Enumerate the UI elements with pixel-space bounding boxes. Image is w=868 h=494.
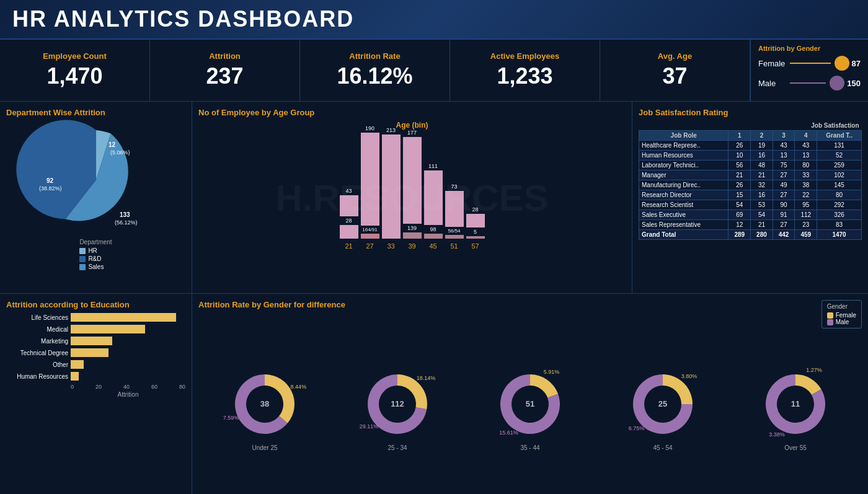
donut-item: 51 5.91% 15.61% 35 - 44 [496, 370, 564, 451]
td-s1: 69 [728, 210, 751, 220]
gender-male-row: Male 150 [758, 76, 861, 90]
th-total: Grand T.. [817, 131, 862, 141]
td-s3: 442 [773, 230, 795, 240]
th-role: Job Role [639, 131, 728, 141]
donut-female-pct: 5.91% [544, 368, 560, 374]
gender-female-row: Female 87 [758, 56, 861, 71]
legend-male: Male [827, 319, 856, 325]
donut-legend-header: Gender [827, 303, 856, 310]
edu-bar-bg [71, 325, 185, 333]
list-item: Other [6, 360, 185, 369]
td-s4: 80 [795, 161, 817, 170]
donut-male-pct: 6.75% [629, 425, 645, 431]
age-group-title: No of Employee by Age Group [198, 108, 626, 117]
th-s4: 4 [795, 131, 817, 141]
legend-sales: Sales [79, 263, 112, 270]
gender-female-line [790, 63, 831, 64]
bar-33 [382, 135, 401, 239]
edu-bar-fill [71, 313, 176, 322]
bar-27-top [361, 133, 379, 226]
education-panel: Attrition according to Education Life Sc… [0, 294, 192, 494]
donut-female-pct: 18.14% [417, 375, 436, 381]
td-s4: 13 [795, 151, 817, 161]
td-s3: 27 [773, 220, 795, 230]
education-bar-chart: Life Sciences Medical Marketing Technica… [6, 313, 185, 381]
th-s1: 1 [728, 131, 751, 141]
bar-45-bot [424, 234, 443, 239]
table-row: Human Resources 10 16 13 13 52 [639, 151, 862, 161]
education-axis-title: Attrition [71, 391, 185, 398]
bar-27: 190 164/91 27 [361, 125, 379, 250]
kpi-avg-age: Avg. Age 37 [600, 40, 750, 101]
donut-center-value: 51 [526, 399, 534, 408]
table-row: Healthcare Represe.. 26 19 43 43 131 [639, 141, 862, 151]
donut-svg-container: 25 3.80% 6.75% [629, 370, 697, 441]
donut-svg-container: 11 1.27% 3.38% [761, 370, 830, 441]
td-role: Sales Executive [639, 210, 728, 220]
donut-row: 38 8.44% 7.59% Under 25 112 18.14% 29.11… [198, 329, 862, 492]
donut-male-pct: 3.38% [769, 431, 785, 437]
th-s2: 2 [751, 131, 773, 141]
attrition-gender-title: Attrition by Gender [758, 45, 861, 52]
kpi-attrition-rate: Attrition Rate 16.12% [300, 40, 450, 101]
td-total: 145 [817, 180, 862, 190]
donut-center-value: 25 [658, 399, 667, 408]
donut-svg: 112 18.14% 29.11% [363, 370, 432, 438]
bar-51-top [445, 191, 464, 227]
legend-rnd: R&D [79, 255, 112, 262]
td-total: 83 [817, 220, 862, 230]
table-row: Manager 21 21 27 33 102 [639, 170, 862, 180]
edu-bar-fill [71, 372, 79, 381]
td-s1: 26 [728, 180, 751, 190]
bar-51-bot [445, 235, 464, 239]
donut-female-pct: 1.27% [806, 367, 822, 373]
donut-male-pct: 29.11% [360, 423, 379, 429]
kpi-avg-age-value: 37 [662, 63, 687, 89]
kpi-attrition: Attrition 237 [150, 40, 300, 101]
td-role: Human Resources [639, 151, 728, 161]
gender-female-count: 87 [852, 59, 861, 68]
td-s2: 53 [751, 200, 773, 210]
bar-39-bot [403, 232, 422, 239]
td-total: 259 [817, 161, 862, 170]
education-title: Attrition according to Education [6, 300, 185, 309]
edu-bar-label: Marketing [6, 338, 68, 345]
td-s4: 459 [795, 230, 817, 240]
td-s4: 22 [795, 190, 817, 200]
td-role: Research Scientist [639, 200, 728, 210]
age-group-panel: H.RESOURCES No of Employee by Age Group … [192, 102, 632, 293]
donut-item: 38 8.44% 7.59% Under 25 [231, 370, 299, 451]
donut-svg-container: 51 5.91% 15.61% [496, 370, 564, 441]
td-s1: 21 [728, 170, 751, 180]
legend-hr: HR [79, 247, 112, 254]
kpi-row: Employee Count 1,470 Attrition 237 Attri… [0, 40, 868, 102]
donut-item: 112 18.14% 29.11% 25 - 34 [363, 370, 432, 451]
header: HR ANALYTICS DASHBOARD [0, 0, 868, 40]
pie-hr-pct: (5.06%) [110, 149, 130, 156]
list-item: Medical [6, 325, 185, 333]
td-s4: 95 [795, 200, 817, 210]
bar-39-top [403, 137, 422, 224]
donut-female-slice [530, 374, 558, 398]
td-s3: 49 [773, 180, 795, 190]
kpi-active-employees-value: 1,233 [497, 63, 552, 89]
td-s2: 48 [751, 161, 773, 170]
attrition-gender-card: Attrition by Gender Female 87 Male 150 [750, 40, 868, 101]
td-s4: 43 [795, 141, 817, 151]
age-group-subtitle: Age (bin) [198, 121, 626, 130]
dept-attrition-panel: Department Wise Attrition 12 (5.06%) 92 [0, 102, 192, 293]
td-total: 292 [817, 200, 862, 210]
bar-27-bot [361, 234, 379, 239]
kpi-attrition-rate-label: Attrition Rate [349, 51, 400, 61]
edu-bar-label: Human Resources [6, 373, 68, 380]
td-s2: 280 [751, 230, 773, 240]
table-row: Laboratory Technici.. 56 48 75 80 259 [639, 161, 862, 170]
td-s2: 21 [751, 220, 773, 230]
donut-svg: 51 5.91% 15.61% [496, 370, 564, 438]
td-role: Laboratory Technici.. [639, 161, 728, 170]
donut-female-pct: 3.80% [681, 373, 698, 379]
legend-female-label: Female [836, 312, 856, 319]
donut-center-value: 11 [791, 399, 800, 408]
donut-item: 11 1.27% 3.38% Over 55 [761, 370, 830, 451]
pie-rnd-label: 133 [120, 211, 130, 218]
